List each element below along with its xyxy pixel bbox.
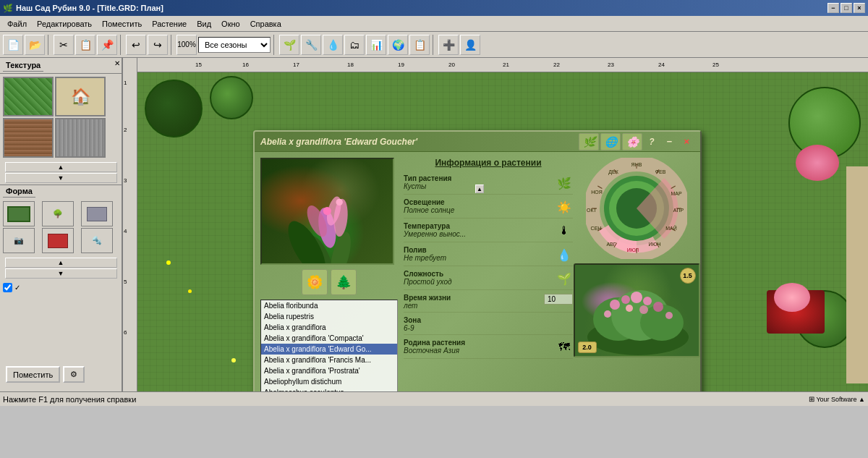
plant-tree-icon[interactable]: 🌲 <box>331 269 357 295</box>
tool-btn8[interactable]: ➕ <box>438 35 459 55</box>
zone-value: 6-9 <box>404 324 573 332</box>
menu-view[interactable]: Вид <box>192 18 216 30</box>
new-button[interactable]: 📄 <box>3 35 23 55</box>
plant-list-wrapper: Abelia floribundaAbelia rupestrisAbelia … <box>260 300 398 391</box>
plant-list-item[interactable]: Abeliophyllum distichum <box>261 376 397 387</box>
svg-text:СЕН: СЕН <box>591 226 602 231</box>
place-button[interactable]: Поместить <box>6 366 60 383</box>
tool-btn1[interactable]: 🌱 <box>279 35 299 55</box>
menu-plant[interactable]: Растение <box>148 18 191 30</box>
scroll-up-arrow[interactable]: ▲ <box>475 185 484 193</box>
titlebar: 🌿 Наш Сад Рубин 9.0 - [Title.GRD: План] … <box>0 0 868 16</box>
open-button[interactable]: 📂 <box>25 35 45 55</box>
plant-list-item[interactable]: Abelia rupestris <box>261 311 397 322</box>
bloom-wheel-svg: ЯНВ ФЕВ МАР АПР МАЙ ИЮН ИЮЛ АВГ СЕН ОКТ … <box>586 158 687 259</box>
season-dropdown[interactable]: Все сезоны <box>198 37 271 53</box>
size-badge-width: 2.0 <box>578 342 597 353</box>
extra-btn[interactable]: ⚙ <box>63 366 85 383</box>
tool-btn2[interactable]: 🔧 <box>301 35 321 55</box>
type-label: Тип растения <box>404 174 553 182</box>
tool-btn9[interactable]: 👤 <box>460 35 480 55</box>
svg-text:ИЮН: ИЮН <box>648 242 660 247</box>
titlebar-left: 🌿 Наш Сад Рубин 9.0 - [Title.GRD: План] <box>3 4 163 13</box>
info-lifetime-row: Время жизни лет 10 <box>404 292 573 313</box>
svg-text:ДЕК: ДЕК <box>608 169 618 175</box>
dialog-close-btn[interactable]: × <box>678 135 694 149</box>
app-icon: 🌿 <box>3 4 13 13</box>
tool-btn5[interactable]: 📊 <box>366 35 386 55</box>
cut-button[interactable]: ✂ <box>54 35 74 55</box>
plant-image-area: 🌼 🌲 Abelia floribundaAbelia rupestrisAbe… <box>260 158 398 391</box>
dialog-info-btn[interactable]: 🌿 <box>579 133 599 150</box>
plant-list-item[interactable]: Abelia x grandiflora 'Compacta' <box>261 333 397 344</box>
tool-btn6[interactable]: 🌍 <box>388 35 408 55</box>
forma-scroll-up[interactable]: ▲ <box>5 258 117 268</box>
forma-tree[interactable]: 🌳 <box>42 201 74 226</box>
check-show-plants[interactable]: ✓ <box>3 283 119 292</box>
separator <box>48 35 51 55</box>
texture-house[interactable]: 🏠 <box>55 77 106 116</box>
svg-text:МАР: МАР <box>671 191 682 196</box>
texture-scroll-down[interactable]: ▼ <box>5 173 117 183</box>
forma-red[interactable] <box>42 228 74 253</box>
plant-list-item[interactable]: Abelia x grandiflora 'Prostrata' <box>261 365 397 376</box>
texture-stone[interactable] <box>55 118 106 158</box>
svg-point-7 <box>323 207 331 215</box>
plant-list-item[interactable]: Abelmoschus esculentus <box>261 387 397 391</box>
copy-button[interactable]: 📋 <box>75 35 95 55</box>
forma-scroll-down[interactable]: ▼ <box>5 268 117 279</box>
status-text: Нажмите F1 для получения справки <box>3 395 136 404</box>
minimize-button[interactable]: − <box>827 3 839 13</box>
dialog-flower-btn[interactable]: 🌸 <box>622 133 642 150</box>
dialog-minimize-btn[interactable]: − <box>661 135 677 149</box>
garden-canvas[interactable]: 15 16 17 18 19 20 21 22 23 24 25 1 2 3 4… <box>123 58 868 391</box>
close-button[interactable]: × <box>854 3 865 13</box>
texture-scroll-up[interactable]: ▲ <box>5 162 117 172</box>
plant-flower-icon[interactable]: 🌼 <box>302 269 328 295</box>
plant-list-item[interactable]: Abelia x grandiflora <box>261 322 397 333</box>
plant-list[interactable]: Abelia floribundaAbelia rupestrisAbelia … <box>260 300 398 391</box>
svg-point-49 <box>639 305 648 314</box>
svg-point-47 <box>665 312 673 319</box>
zoom-in-button[interactable]: 100% <box>176 35 197 55</box>
toolbar-primary: 📄 📂 ✂ 📋 📌 ↩ ↪ 100% Все сезоны 🌱 🔧 💧 🗂 📊 … <box>0 32 868 58</box>
plant-list-item[interactable]: Abelia x grandiflora 'Francis Ma... <box>261 355 397 365</box>
forma-camera[interactable]: 📷 <box>3 228 35 253</box>
forma-road[interactable] <box>81 201 113 226</box>
redo-button[interactable]: ↪ <box>148 35 168 55</box>
garden-yellow-dot-2 <box>188 289 192 293</box>
paste-button[interactable]: 📌 <box>97 35 117 55</box>
origin-icon: 🗺 <box>556 339 573 356</box>
garden-tree-2 <box>210 76 253 119</box>
menu-help[interactable]: Справка <box>246 18 286 30</box>
menu-window[interactable]: Окно <box>217 18 244 30</box>
garden-pink-flowers-1 <box>796 145 839 181</box>
svg-point-46 <box>604 310 611 318</box>
lifetime-unit: лет <box>404 302 541 310</box>
forma-rect-green[interactable] <box>3 201 35 226</box>
tool-btn3[interactable]: 💧 <box>323 35 343 55</box>
forma-tool[interactable]: 🔩 <box>81 228 113 253</box>
info-complexity-row: Сложность Простой уход 🌱 <box>404 268 573 290</box>
plant-list-item[interactable]: Abelia x grandiflora 'Edward Go... <box>261 344 397 355</box>
dialog-globe-btn[interactable]: 🌐 <box>600 133 621 150</box>
undo-button[interactable]: ↩ <box>126 35 146 55</box>
texture-grass[interactable] <box>3 77 54 116</box>
menu-edit[interactable]: Редактировать <box>33 18 96 30</box>
panel-close-btn[interactable]: ✕ <box>114 59 120 67</box>
menu-file[interactable]: Файл <box>3 18 31 30</box>
tool-btn4[interactable]: 🗂 <box>344 35 365 55</box>
tool-btn7[interactable]: 📋 <box>409 35 430 55</box>
svg-text:ИЮЛ: ИЮЛ <box>627 247 639 253</box>
plant-photo <box>260 158 394 265</box>
plant-list-item[interactable]: Abelia floribunda <box>261 300 397 311</box>
dialog-help-btn[interactable]: ? <box>644 135 660 149</box>
ruler-horizontal: 15 16 17 18 19 20 21 22 23 24 25 <box>137 58 868 72</box>
texture-grid: 🏠 <box>0 74 122 161</box>
texture-soil[interactable] <box>3 118 54 158</box>
menu-place[interactable]: Поместить <box>98 18 146 30</box>
garden-tree-1 <box>145 80 203 137</box>
restore-button[interactable]: □ <box>841 3 852 13</box>
dialog-title: Abelia x grandiflora 'Edward Goucher' <box>260 137 417 147</box>
info-zone-row: Зона 6-9 <box>404 314 573 335</box>
